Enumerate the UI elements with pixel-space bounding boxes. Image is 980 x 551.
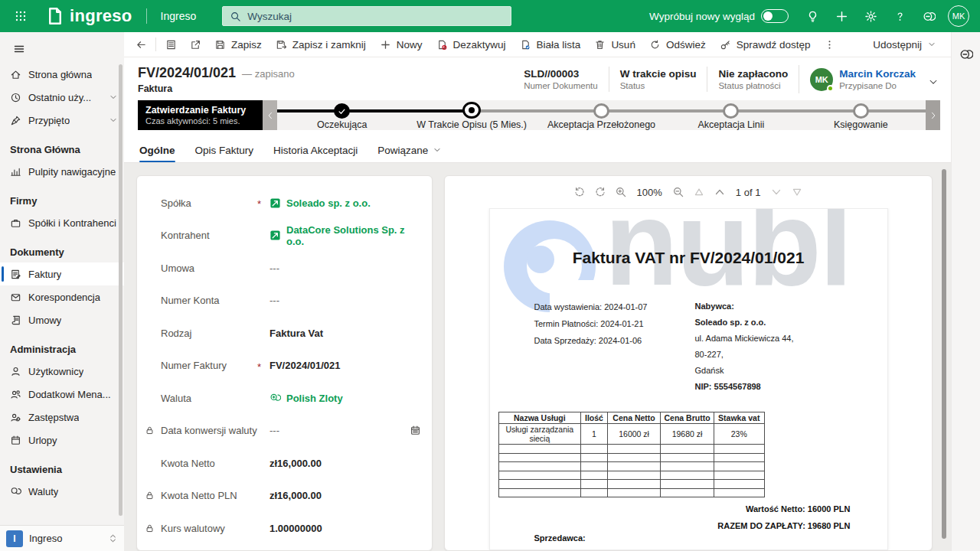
nav-collapse-icon[interactable] <box>6 37 32 61</box>
settings-gear-icon[interactable] <box>858 3 884 29</box>
bpf-scroll-right-button[interactable] <box>926 100 940 130</box>
field-rodzaj[interactable]: Rodzaj Faktura Vat <box>143 317 423 350</box>
sidebar-item-home[interactable]: Strona główna <box>0 63 124 86</box>
copilot-icon[interactable] <box>953 41 979 67</box>
field-kontrahent[interactable]: Kontrahent DataCore Solutions Sp. z o.o. <box>143 220 423 253</box>
deactivate-button[interactable]: Dezaktywuj <box>430 34 513 55</box>
save-and-close-button[interactable]: Zapisz i zamknij <box>269 34 373 55</box>
next-page-button[interactable] <box>770 186 782 198</box>
tab-powiazane[interactable]: Powiązane <box>377 138 442 162</box>
overflow-menu-button[interactable] <box>817 34 841 55</box>
form-content: Spółka * Soleado sp. z o.o. Kontrahent D… <box>124 163 951 551</box>
field-umowa[interactable]: Umowa --- <box>143 252 423 285</box>
sidebar-item-vacations[interactable]: Urlopy <box>0 429 124 452</box>
tab-ogolne[interactable]: Ogólne <box>139 138 175 162</box>
sidebar-item-substitutions[interactable]: Zastępstwa <box>0 406 124 429</box>
check-access-button[interactable]: Sprawdź dostęp <box>713 34 818 55</box>
app-launcher-icon[interactable] <box>8 3 34 29</box>
bpf-stage-ksiegowanie[interactable]: Księgowanie <box>796 100 926 130</box>
refresh-button[interactable]: Odśwież <box>642 34 713 55</box>
people-icon <box>10 389 21 400</box>
sidebar-item-invoices[interactable]: Faktury <box>0 262 124 285</box>
chevron-down-icon <box>433 145 442 155</box>
document-logo-icon <box>46 7 64 25</box>
brand-name: ingreso <box>70 6 132 26</box>
tab-opis-faktury[interactable]: Opis Faktury <box>195 138 254 162</box>
lock-icon <box>145 523 155 533</box>
main-scrollbar[interactable] <box>942 169 946 539</box>
nav-scrollbar[interactable] <box>119 64 122 516</box>
zoom-in-button[interactable] <box>615 186 627 198</box>
sidebar-item-recent[interactable]: Ostatnio uży... <box>0 86 124 109</box>
assignee-link[interactable]: Marcin Korczak <box>839 68 916 80</box>
bpf-stage-akceptacja-przelozonego[interactable]: Akceptacja Przełożonego <box>537 100 666 130</box>
search-input[interactable] <box>247 11 504 22</box>
rotate-left-button[interactable] <box>573 186 586 198</box>
back-button[interactable] <box>129 34 153 55</box>
open-in-new-window-button[interactable] <box>183 34 207 55</box>
table-row-empty <box>498 471 764 480</box>
field-numer-faktury[interactable]: Numer Faktury * FV/2024/01/021 <box>143 350 423 383</box>
sidebar-item-additional-managers[interactable]: Dodatkowi Mena... <box>0 383 124 406</box>
field-kwota-netto-pln[interactable]: Kwota Netto PLN zł16,000.00 <box>143 480 423 513</box>
header-field-assigned-to[interactable]: MK Marcin Korczak Przypisane Do <box>799 65 920 93</box>
field-spolka[interactable]: Spółka * Soleado sp. z o.o. <box>143 187 423 220</box>
first-page-button[interactable] <box>693 186 705 198</box>
table-row-empty <box>498 480 764 489</box>
field-kwota-netto[interactable]: Kwota Netto zł16,000.00 <box>143 447 423 480</box>
form-selector-button[interactable] <box>158 34 183 55</box>
zoom-out-button[interactable] <box>672 186 684 198</box>
field-data-konwersji-waluty[interactable]: Data konwersji waluty --- <box>143 415 423 448</box>
help-icon[interactable] <box>887 3 913 29</box>
brand-logo[interactable]: ingreso <box>46 6 132 26</box>
field-waluta[interactable]: Waluta Polish Zloty <box>143 382 423 415</box>
previous-page-button[interactable] <box>714 186 726 198</box>
sidebar-item-pinned[interactable]: Przypięto <box>0 109 124 132</box>
sidebar-item-correspondence[interactable]: Korespondencja <box>0 285 124 308</box>
delete-button[interactable]: Usuń <box>587 34 642 55</box>
field-numer-konta[interactable]: Numer Konta --- <box>143 285 423 318</box>
field-kurs-walutowy[interactable]: Kurs walutowy 1.00000000 <box>143 512 423 545</box>
plus-icon <box>380 39 391 51</box>
idea-bulb-icon[interactable] <box>799 3 825 29</box>
currency-icon <box>270 393 281 404</box>
share-button[interactable]: Udostępnij <box>866 34 943 55</box>
whitelist-button[interactable]: Biała lista <box>513 34 588 55</box>
save-button[interactable]: Zapisz <box>207 34 269 55</box>
rotate-right-button[interactable] <box>594 186 606 198</box>
app-switcher[interactable]: I Ingreso <box>0 525 124 551</box>
sidebar-item-currencies[interactable]: Waluty <box>0 480 124 503</box>
invoice-seller-heading: Sprzedawca: <box>534 533 586 543</box>
bpf-stage-w-trakcie-opisu[interactable]: W Trakcie Opisu (5 Mies.) <box>407 100 536 130</box>
new-button[interactable]: Nowy <box>373 34 430 55</box>
global-search[interactable] <box>222 6 511 26</box>
form-tabs: Ogólne Opis Faktury Historia Akceptacji … <box>124 138 951 163</box>
refresh-icon <box>649 39 661 51</box>
sidebar-item-companies[interactable]: Spółki i Kontrahenci <box>0 211 124 234</box>
sidebar-item-contracts[interactable]: Umowy <box>0 308 124 331</box>
dynamics-filter-icon[interactable] <box>916 3 942 29</box>
tab-historia-akceptacji[interactable]: Historia Akceptacji <box>273 138 358 162</box>
quick-create-plus-icon[interactable] <box>828 3 854 29</box>
header-field-payment-status: Nie zapłacono Status płatności <box>707 67 799 92</box>
new-look-toggle[interactable] <box>761 9 789 23</box>
chevron-down-icon <box>109 116 118 125</box>
bpf-stage-oczekujaca[interactable]: Oczekująca <box>277 100 407 130</box>
last-page-button[interactable] <box>791 186 803 198</box>
divider <box>146 8 147 24</box>
new-look-label: Wypróbuj nowy wygląd <box>649 11 755 22</box>
header-collapse-button[interactable] <box>920 72 940 87</box>
table-row-empty <box>498 462 764 471</box>
bpf-stage-akceptacja-linii[interactable]: Akceptacja Linii <box>666 100 795 130</box>
bpf-scroll-left-button[interactable] <box>263 100 277 130</box>
sidebar-item-dashboards[interactable]: Pulpity nawigacyjne <box>0 160 124 183</box>
sidebar-item-users[interactable]: Użytkownicy <box>0 360 124 383</box>
briefcase-icon <box>10 217 21 229</box>
invoice-meta: Data wystawienia: 2024-01-07 Termin Płat… <box>534 298 648 349</box>
user-avatar[interactable]: MK <box>948 5 969 27</box>
date-picker-button[interactable] <box>410 425 421 436</box>
site-map-nav: Strona główna Ostatnio uży... Przypięto … <box>0 32 124 551</box>
nav-section-title: Dokumenty <box>0 234 124 262</box>
document-page-area[interactable]: nubl Faktura VAT nr FV/2024/01/021 Data … <box>445 208 932 550</box>
nav-section-title: Firmy <box>0 183 124 211</box>
